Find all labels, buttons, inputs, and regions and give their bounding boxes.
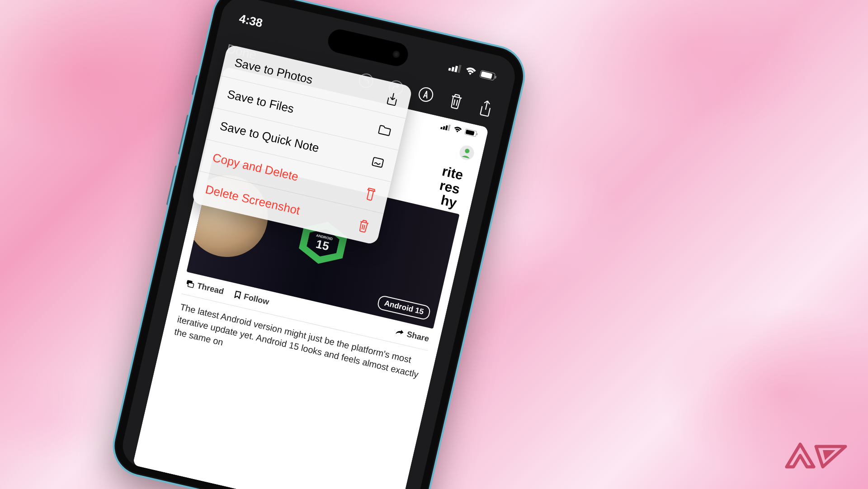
note-icon [370, 156, 385, 169]
meta-label: Thread [196, 281, 225, 296]
trash-icon [447, 92, 465, 111]
markup-button[interactable] [415, 84, 437, 105]
follow-button[interactable]: Follow [233, 290, 270, 307]
svg-rect-12 [440, 127, 443, 129]
download-icon [385, 90, 400, 107]
thread-button[interactable]: Thread [185, 278, 225, 296]
cellular-icon [440, 123, 452, 131]
folder-icon [377, 123, 393, 137]
svg-rect-0 [448, 68, 451, 71]
svg-rect-2 [454, 66, 458, 72]
share-arrow-icon [395, 328, 405, 337]
trash-icon [356, 218, 371, 233]
svg-rect-1 [451, 67, 454, 72]
watermark-logo [782, 437, 850, 475]
cellular-icon [448, 62, 462, 73]
badge-number: 15 [315, 237, 330, 252]
article-tag: Android 15 [377, 294, 431, 320]
status-indicators [448, 62, 497, 81]
svg-rect-13 [443, 126, 445, 130]
wifi-icon [464, 66, 477, 76]
share-button[interactable] [475, 98, 497, 119]
share-icon [477, 99, 495, 119]
status-time: 4:38 [238, 11, 264, 30]
trash-button[interactable] [445, 90, 467, 112]
meta-label: Share [406, 329, 430, 344]
bookmark-icon [233, 290, 242, 299]
svg-rect-10 [372, 157, 383, 167]
markup-icon [416, 85, 436, 104]
svg-point-9 [418, 86, 434, 103]
menu-label: Save to Files [226, 87, 295, 116]
wifi-icon [453, 126, 463, 134]
thread-icon [185, 279, 196, 289]
svg-rect-15 [448, 124, 451, 131]
battery-icon [479, 70, 498, 81]
avatar-icon [458, 143, 476, 162]
svg-rect-22 [188, 283, 194, 288]
svg-rect-14 [445, 125, 448, 130]
svg-rect-3 [458, 65, 462, 73]
copy-trash-icon [363, 186, 378, 202]
share-article-button[interactable]: Share [394, 327, 430, 344]
meta-label: Follow [243, 292, 270, 307]
battery-icon [464, 128, 478, 138]
